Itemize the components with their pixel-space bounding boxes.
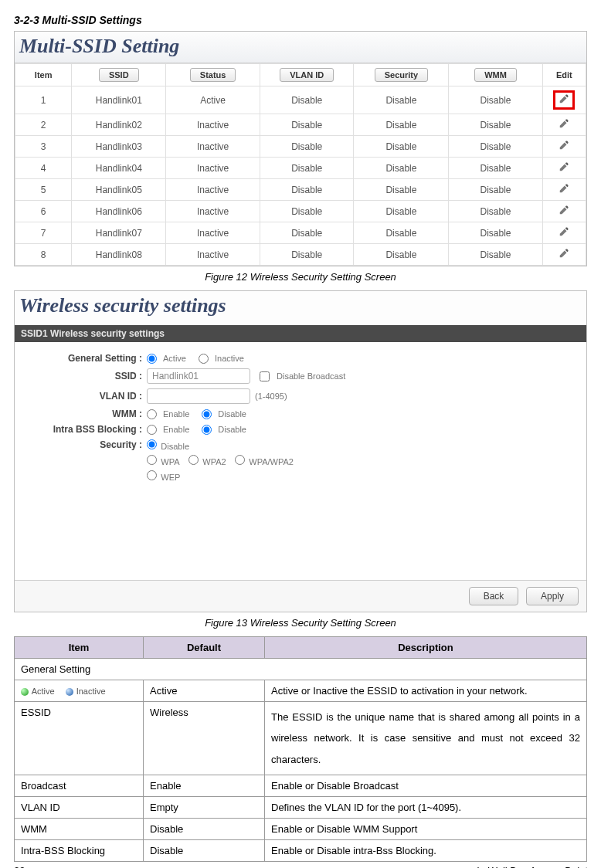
table-row: 6Handlink06InactiveDisableDisableDisable — [15, 201, 586, 222]
cell-default: Active — [144, 680, 265, 702]
cell-security: Disable — [354, 86, 449, 114]
table-row: 1Handlink01ActiveDisableDisableDisable — [15, 86, 586, 114]
input-vlan[interactable] — [147, 388, 250, 404]
radio-sec-wpa-label: WPA — [161, 457, 179, 466]
cell-item: 5 — [15, 179, 72, 201]
th-security[interactable]: Security — [375, 68, 428, 82]
radio-sec-wpa2-label: WPA2 — [202, 457, 226, 466]
checkbox-disable-broadcast[interactable] — [260, 371, 270, 381]
radio-wmm-enable[interactable] — [147, 409, 157, 419]
panel2-subheader: SSID1 Wireless security settings — [15, 325, 586, 342]
cell-security: Disable — [354, 114, 449, 136]
figure12-caption: Figure 12 Wireless Security Setting Scre… — [14, 271, 587, 283]
table-row: 5Handlink05InactiveDisableDisableDisable — [15, 179, 586, 201]
th-item: Item — [35, 70, 53, 80]
cell-vlan: Disable — [260, 158, 354, 179]
cell-status: Active — [166, 86, 260, 114]
cell-wmm: Disable — [449, 86, 542, 114]
edit-icon[interactable] — [559, 142, 569, 153]
cell-status: Inactive — [166, 136, 260, 158]
radio-sec-wpawpa2[interactable] — [235, 455, 245, 465]
label-security: Security : — [22, 439, 147, 450]
cell-status: Inactive — [166, 201, 260, 222]
edit-icon[interactable] — [559, 164, 569, 175]
desc-th-default: Default — [144, 637, 265, 659]
cell-vlan: Disable — [260, 179, 354, 201]
cell-desc: Enable or Disable Broadcast — [265, 775, 587, 796]
table-row: BroadcastEnableEnable or Disable Broadca… — [15, 775, 587, 796]
cell-security: Disable — [354, 222, 449, 244]
cell-security: Disable — [354, 244, 449, 266]
cell-item: Active Inactive — [15, 680, 144, 702]
radio-general-inactive-label: Inactive — [215, 354, 244, 363]
edit-icon[interactable] — [559, 185, 569, 196]
th-vlan[interactable]: VLAN ID — [280, 68, 334, 82]
cell-status: Inactive — [166, 244, 260, 266]
cell-item: 7 — [15, 222, 72, 244]
back-button[interactable]: Back — [469, 587, 519, 605]
th-status[interactable]: Status — [190, 68, 236, 82]
cell-desc: Active or Inactive the ESSID to activati… — [265, 680, 587, 702]
radio-sec-disable[interactable] — [147, 439, 157, 449]
radio-intra-disable[interactable] — [202, 425, 212, 435]
cell-desc: Defines the VLAN ID for the port (1~4095… — [265, 796, 587, 818]
table-row: 3Handlink03InactiveDisableDisableDisable — [15, 136, 586, 158]
table-row: 8Handlink08InactiveDisableDisableDisable — [15, 244, 586, 266]
cell-item: Broadcast — [15, 775, 144, 796]
cell-wmm: Disable — [449, 222, 542, 244]
panel-title: Multi-SSID Setting — [15, 32, 586, 63]
desc-th-desc: Description — [265, 637, 587, 659]
cell-item: WMM — [15, 818, 144, 839]
cell-ssid: Handlink01 — [72, 86, 166, 114]
label-intra: Intra BSS Blocking : — [22, 424, 147, 435]
radio-sec-wep[interactable] — [147, 470, 157, 480]
label-vlan: VLAN ID : — [22, 391, 147, 402]
cell-ssid: Handlink04 — [72, 158, 166, 179]
page-number: 22 — [14, 865, 25, 868]
cell-status: Inactive — [166, 222, 260, 244]
radio-wmm-disable[interactable] — [202, 409, 212, 419]
cell-default: Empty — [144, 796, 265, 818]
table-row: Active InactiveActiveActive or Inactive … — [15, 680, 587, 702]
cell-ssid: Handlink05 — [72, 179, 166, 201]
edit-icon[interactable] — [553, 90, 575, 110]
cell-desc: The ESSID is the unique name that is sha… — [265, 702, 587, 775]
cell-wmm: Disable — [449, 114, 542, 136]
edit-icon[interactable] — [559, 250, 569, 261]
input-ssid[interactable] — [147, 368, 250, 384]
radio-sec-wpa2[interactable] — [188, 455, 199, 465]
cell-security: Disable — [354, 158, 449, 179]
cell-wmm: Disable — [449, 136, 542, 158]
multi-ssid-panel: Multi-SSID Setting Item SSID Status VLAN… — [14, 31, 587, 266]
radio-sec-wpa[interactable] — [147, 455, 157, 465]
radio-general-active[interactable] — [147, 354, 157, 364]
cell-ssid: Handlink06 — [72, 201, 166, 222]
th-wmm[interactable]: WMM — [474, 68, 517, 82]
footer-label: In Wall Box Access Point — [476, 865, 587, 868]
radio-intra-enable[interactable] — [147, 425, 157, 435]
general-setting-row: General Setting — [15, 659, 587, 680]
description-table: Item Default Description General Setting… — [14, 636, 587, 862]
vlan-hint: (1-4095) — [255, 392, 287, 401]
cell-item: 3 — [15, 136, 72, 158]
cell-vlan: Disable — [260, 201, 354, 222]
label-general: General Setting : — [22, 353, 147, 364]
radio-sec-wep-label: WEP — [161, 473, 180, 482]
edit-icon[interactable] — [559, 207, 569, 218]
table-row: Intra-BSS BlockingDisableEnable or Disab… — [15, 839, 587, 861]
cell-item: Intra-BSS Blocking — [15, 839, 144, 861]
edit-icon[interactable] — [559, 229, 569, 239]
radio-general-inactive[interactable] — [199, 354, 209, 364]
th-ssid[interactable]: SSID — [99, 68, 139, 82]
edit-icon[interactable] — [559, 120, 569, 131]
inactive-dot-icon — [66, 688, 73, 696]
cell-vlan: Disable — [260, 114, 354, 136]
cell-status: Inactive — [166, 179, 260, 201]
security-panel: Wireless security settings SSID1 Wireles… — [14, 290, 587, 612]
apply-button[interactable]: Apply — [526, 587, 579, 605]
cell-wmm: Disable — [449, 158, 542, 179]
cell-item: 6 — [15, 201, 72, 222]
cell-default: Enable — [144, 775, 265, 796]
ssid-table: Item SSID Status VLAN ID Security WMM Ed… — [15, 63, 586, 266]
cell-ssid: Handlink07 — [72, 222, 166, 244]
